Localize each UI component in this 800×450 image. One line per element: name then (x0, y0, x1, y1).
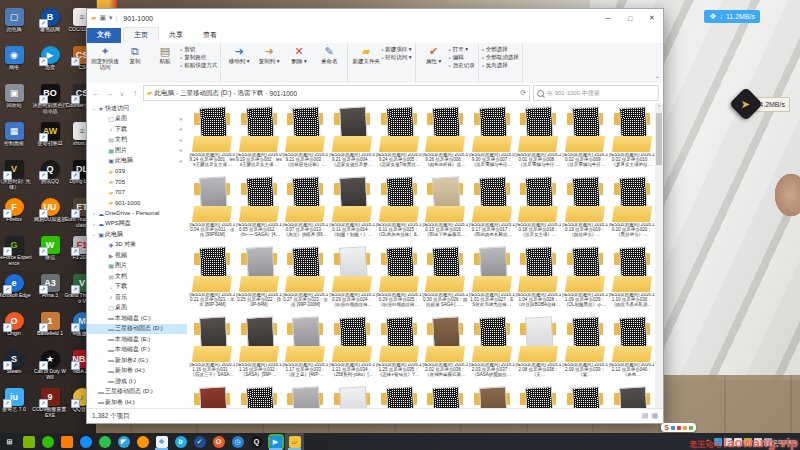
search-box[interactable]: 在 901-1000 中搜索 (533, 85, 659, 101)
breadcrumb[interactable]: 此电脑›三星移动固态 (D:)›迅雷下载›901-1000 (154, 89, 297, 98)
file-item[interactable]: [IESS异思趣向] 2016.10.11 丝足便当014：《制服！制服！》… (329, 177, 376, 247)
sidebar-item-705[interactable]: ▰705 (87, 177, 187, 188)
file-item[interactable]: [IESS异思趣向] 2016.11.17 丝足便当033：《星之蓝》[46P-… (282, 317, 329, 387)
file-item[interactable]: [IESS异思趣向] 2016.10.30 丝足便当026：肉丝超薄 SAGA … (422, 247, 469, 317)
desktop-icon-爱奇艺 7.0[interactable]: iu↗爱奇艺 7.0 (0, 388, 32, 413)
file-item[interactable]: [IESS异思趣向] 2016.09.19 丝足便当002：iess王媛丝足女主… (236, 107, 283, 177)
ribbon-button-重命名[interactable]: ✎重命名 (314, 44, 344, 64)
thunder-speed-widget[interactable]: ➤ 4.2MB/s (734, 92, 790, 116)
sidebar-item-新加卷 (H:)[interactable]: ▬新加卷 (H:) (87, 397, 187, 408)
view-toggles[interactable]: ▤ ▦ (642, 412, 658, 420)
sidebar-item-视频[interactable]: ▶视频 (87, 250, 187, 261)
file-item[interactable] (236, 387, 283, 409)
tab-主页[interactable]: 主页 (123, 27, 159, 43)
desktop-icon-微信[interactable]: W↗微信 (32, 236, 68, 261)
sidebar-item-此电脑[interactable]: ⌄▣此电脑 (87, 229, 187, 240)
file-item[interactable]: [IESS异思趣向] 2016.09.21 丝足便当003：《丝袜层造访魁》… (282, 107, 329, 177)
file-item[interactable]: [IESS异思趣向] 2016.12.08 丝足便当038：《天… (515, 317, 562, 387)
file-item[interactable]: [IESS异思趣向] 2016.10.02 丝足便当009：《丝足電腦与牛仔… (562, 107, 609, 177)
file-item[interactable]: [IESS异思趣向] 2016.11.09 丝足便当029：《OL制服黑丝》小… (562, 247, 609, 317)
desktop-icon-决胜时刻黑色行动冷战[interactable]: BO↗决胜时刻黑色行动冷战 (32, 84, 68, 114)
file-item[interactable]: [IESS异思趣向] 2016.10.29 丝足便当024：《职业白领肉丝袜… (329, 247, 376, 317)
ribbon-button-剪切[interactable]: ▪剪切 (180, 46, 217, 53)
file-item[interactable]: [IESS异思趣向] 2016.10.20 丝足便当020：《黑丝便当》… (608, 177, 655, 247)
sidebar-item-901-1000[interactable]: ▰901-1000 (87, 198, 187, 209)
ribbon-button-复制到[interactable]: ➜复制到 ▾ (254, 44, 284, 64)
maximize-button[interactable]: □ (619, 9, 641, 27)
file-item[interactable]: [IESS异思趣向] 2016.12.12 丝足便当040：《米色… (608, 317, 655, 387)
taskbar-cluster-app[interactable]: ❖ (152, 433, 171, 450)
up-button[interactable]: ↑ (130, 89, 140, 98)
minimize-button[interactable]: ─ (597, 9, 619, 27)
sidebar-item-图片[interactable]: ▦图片∗ (87, 145, 187, 156)
tab-文件[interactable]: 文件 (87, 28, 121, 43)
desktop-icon-腾讯QQ[interactable]: Q↗腾讯QQ (32, 160, 68, 185)
collapse-ribbon-icon[interactable]: ⌃ (655, 75, 660, 82)
taskbar-start-button[interactable]: ⊞ (0, 433, 19, 450)
recent-dropdown-icon[interactable]: ∨ (117, 90, 127, 97)
file-item[interactable]: [IESS异思趣向] 2016.09.21 丝足便当004：《恋家女孩丝足梦… (329, 107, 376, 177)
sidebar-item-下载[interactable]: ↓下载 (87, 282, 187, 293)
taskbar-check-app[interactable]: ✓ (190, 433, 209, 450)
file-item[interactable]: [IESS异思趣向] 2016.10.21 丝足便当021：羊羊 [80P-34… (189, 247, 236, 317)
taskbar-origin[interactable]: O (209, 433, 228, 450)
sidebar-item-文档[interactable]: ▤文档 (87, 271, 187, 282)
ribbon-button-打开[interactable]: ▪打开 ▾ (449, 46, 475, 53)
sidebar-item-新加卷2 (G:)[interactable]: ▬新加卷2 (G:) (87, 355, 187, 366)
file-item[interactable]: [IESS异思趣向] 2016.10.19 丝足便当019：《肉丝便当》… (562, 177, 609, 247)
sidebar-item-音乐[interactable]: ♪音乐 (87, 292, 187, 303)
sidebar-item-桌面[interactable]: ▢桌面 (87, 303, 187, 314)
sidebar-item-新加卷 (H:)[interactable]: ▬新加卷 (H:) (87, 366, 187, 377)
taskbar-clock-app[interactable]: ◷ (228, 433, 247, 450)
ribbon-button-删除[interactable]: ✕删除 ▾ (284, 44, 314, 64)
file-item[interactable] (189, 387, 236, 409)
tab-共享[interactable]: 共享 (159, 28, 193, 43)
desktop-icon-回收站[interactable]: ▣回收站 (0, 84, 32, 109)
thunder-bird-icon[interactable]: ➤ (729, 87, 763, 121)
sidebar-item-039[interactable]: ▰039 (87, 166, 187, 177)
file-item[interactable]: [IESS异思趣向] 2016.10.27 丝足便当023：佳佳 [99P-10… (282, 247, 329, 317)
file-item[interactable]: [IESS异思趣向] 2016.12.03 丝足便当037：《SASA拼腿肉丝… (469, 317, 516, 387)
download-speed-badge[interactable]: ❖ ↓ 11.2MB/s (704, 10, 760, 23)
taskbar-app-green[interactable] (95, 433, 114, 450)
sidebar-item-此电脑[interactable]: ▣此电脑∗ (87, 156, 187, 167)
ribbon-button-复制[interactable]: ⧉复制 (120, 44, 150, 64)
desktop-icon-迅雷[interactable]: ▶↗迅雷 (32, 46, 68, 71)
taskbar-thunder[interactable]: ▶ (266, 433, 285, 450)
taskbar-firefox[interactable] (133, 433, 152, 450)
file-item[interactable]: [IESS异思趣向] 2016.10.13 丝足便当016：《阳光下的薔薇花… (422, 177, 469, 247)
file-item[interactable]: [IESS异思趣向] 2016.11.25 丝足便当035：《恋袜+疑猫丝》Y… (375, 317, 422, 387)
desktop-icon-使命召唤11[interactable]: AW↗使命召唤11 (32, 122, 68, 147)
sidebar-item-707[interactable]: ▰707 (87, 187, 187, 198)
sidebar-item-三星移动固态 (D:)[interactable]: ▬三星移动固态 (D:) (87, 324, 187, 335)
file-item[interactable]: [IESS异思趣向] 2016.10.04 丝足便当011：佳佳 [99P81M… (189, 177, 236, 247)
ribbon-button-复制路径[interactable]: ▪复制路径 (180, 54, 217, 61)
ribbon-button-新建项目[interactable]: ▪新建项目 ▾ (381, 46, 411, 53)
file-item[interactable] (469, 387, 516, 409)
address-bar[interactable]: ▰ 此电脑›三星移动固态 (D:)›迅雷下载›901-1000 ⟳ (143, 85, 530, 101)
forward-button[interactable]: → (104, 89, 114, 98)
details-view-icon[interactable]: ▤ (642, 412, 649, 420)
sogou-input-bar[interactable]: S (661, 423, 696, 432)
file-item[interactable]: [IESS异思趣向] 2016.09.24 丝足便当005：《恋家女孩T恤黑丝… (375, 107, 422, 177)
sogou-tool-icon-1[interactable] (677, 426, 681, 430)
taskbar-bilibili[interactable]: b (171, 433, 190, 450)
scroll-up-icon[interactable]: ⌃ (655, 103, 663, 111)
desktop-icon-Firefox[interactable]: F↗Firefox (0, 198, 32, 223)
sidebar-item-三星移动固态 (D:)[interactable]: ▬三星移动固态 (D:) (87, 387, 187, 398)
desktop-icon-Call of Duty WWII[interactable]: ★↗Call of Duty WWII (32, 350, 68, 380)
ribbon-button-编辑[interactable]: ▪编辑 (449, 54, 475, 61)
file-item[interactable]: [IESS异思趣向] 2016.10.01 丝足便当008：《丝足電腦与牛仔… (515, 107, 562, 177)
back-button[interactable]: ← (91, 89, 101, 98)
sidebar-item-本地磁盘 (C:)[interactable]: ▬本地磁盘 (C:) (87, 313, 187, 324)
desktop-icon-Battlefield 1[interactable]: 1↗Battlefield 1 (32, 312, 68, 337)
ribbon-button-固定到快速访问[interactable]: ✦固定到快速访问 (90, 44, 120, 70)
ribbon-button-全部取消选择[interactable]: ▪全部取消选择 (482, 54, 519, 61)
file-item[interactable]: [IESS异思趣向] 2016.11.01 丝足便当027：ES赏衣无缝为丝袜… (469, 247, 516, 317)
desktop-icon-《决胜时刻: 先锋》[interactable]: V↗《决胜时刻: 先锋》 (0, 160, 32, 190)
file-item[interactable] (562, 387, 609, 409)
ribbon-button-粘贴快捷方式[interactable]: ▪粘贴快捷方式 (180, 62, 217, 69)
ribbon-button-轻松访问[interactable]: ▪轻松访问 ▾ (381, 54, 411, 61)
file-item[interactable]: [IESS异思趣向] 2016.10.07 丝足便当013：《灰丝》倒模月 [6… (282, 177, 329, 247)
taskbar-telegram[interactable]: ◤ (114, 433, 133, 450)
